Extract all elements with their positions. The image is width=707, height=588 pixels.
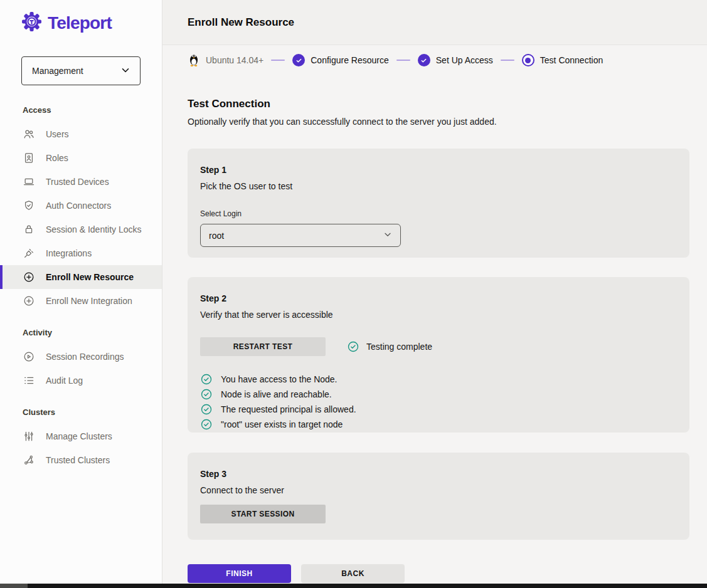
main-panel: Enroll New Resource <box>162 0 707 584</box>
step3-description: Connect to the server <box>200 485 677 495</box>
section-label-clusters: Clusters <box>0 407 162 417</box>
stepper-connector <box>501 60 514 61</box>
step-label: Configure Resource <box>311 55 389 65</box>
step3-card: Step 3 Connect to the server START SESSI… <box>188 453 689 540</box>
play-circle-icon <box>23 350 35 363</box>
sidebar-item-label: Users <box>46 129 69 139</box>
users-icon <box>23 128 35 140</box>
management-menu-select[interactable]: Management <box>21 56 141 85</box>
window-bottom-edge <box>0 584 707 588</box>
step2-card: Step 2 Verify that the server is accessi… <box>188 277 689 433</box>
shield-check-icon <box>23 199 35 212</box>
sidebar-item-label: Integrations <box>46 248 92 258</box>
list-icon <box>23 374 35 387</box>
step1-title: Step 1 <box>200 165 677 175</box>
back-button[interactable]: BACK <box>301 564 405 583</box>
stepper-connector <box>396 60 410 61</box>
sidebar-item-label: Trusted Devices <box>46 177 109 187</box>
sidebar-item-label: Trusted Clusters <box>46 455 110 465</box>
login-select-value: root <box>209 231 224 241</box>
sidebar-item-label: Enroll New Integration <box>46 296 132 306</box>
sidebar-item-label: Manage Clusters <box>46 431 112 441</box>
enroll-stepper: Ubuntu 14.04+ Configure Resource Set Up … <box>162 45 707 75</box>
step2-title: Step 2 <box>200 293 677 303</box>
success-check-icon <box>200 373 213 386</box>
sidebar-item-integrations[interactable]: Integrations <box>0 241 162 265</box>
test-status-label: Testing complete <box>366 342 432 352</box>
app-window: Teleport Management Access Users <box>0 0 707 584</box>
linux-penguin-icon <box>188 52 200 69</box>
test-result-label: The requested principal is allowed. <box>221 404 356 414</box>
select-login-label: Select Login <box>200 209 677 218</box>
success-check-icon <box>200 388 213 401</box>
step1-description: Pick the OS user to test <box>200 181 677 191</box>
step-test-connection: Test Connection <box>522 54 603 66</box>
sidebar-item-enroll-new-resource[interactable]: Enroll New Resource <box>0 265 162 289</box>
sidebar-item-auth-connectors[interactable]: Auth Connectors <box>0 194 162 218</box>
chevron-down-icon <box>120 65 131 78</box>
section-title: Test Connection <box>188 98 689 110</box>
test-result-item: The requested principal is allowed. <box>200 403 677 416</box>
step-label: Set Up Access <box>436 55 493 65</box>
wizard-actions: FINISH BACK <box>188 564 689 583</box>
id-card-icon <box>23 152 35 164</box>
network-icon <box>23 454 35 466</box>
step1-card: Step 1 Pick the OS user to test Select L… <box>188 149 689 258</box>
check-circle-icon <box>292 54 305 66</box>
plus-circle-icon <box>23 271 35 283</box>
test-result-label: You have access to the Node. <box>221 374 338 384</box>
main-header: Enroll New Resource <box>162 0 707 45</box>
sidebar-section-clusters: Clusters Manage Clusters Trusted Cluster… <box>0 407 162 472</box>
section-label-activity: Activity <box>0 328 162 337</box>
resource-label: Ubuntu 14.04+ <box>206 55 263 65</box>
step3-title: Step 3 <box>200 469 677 479</box>
sidebar-item-label: Audit Log <box>46 375 83 386</box>
sidebar-item-label: Roles <box>46 153 68 163</box>
success-check-icon <box>347 340 359 353</box>
restart-test-button[interactable]: RESTART TEST <box>200 337 326 356</box>
teleport-logo[interactable]: Teleport <box>0 0 162 34</box>
sidebar-item-session-recordings[interactable]: Session Recordings <box>0 345 162 369</box>
sidebar-item-label: Session Recordings <box>46 352 124 362</box>
step2-description: Verify that the server is accessible <box>200 310 677 320</box>
step-configure-resource: Configure Resource <box>292 54 389 66</box>
start-session-button[interactable]: START SESSION <box>200 505 326 523</box>
sidebar-item-trusted-clusters[interactable]: Trusted Clusters <box>0 448 162 472</box>
current-step-icon <box>522 54 534 66</box>
test-results-list: You have access to the Node. Node is ali… <box>200 373 677 431</box>
sidebar-item-users[interactable]: Users <box>0 122 162 146</box>
section-subtitle: Optionally verify that you can successfu… <box>188 117 689 127</box>
content-area: Test Connection Optionally verify that y… <box>162 75 707 583</box>
management-menu-value: Management <box>32 66 83 76</box>
test-result-label: "root" user exists in target node <box>221 419 343 429</box>
stepper-connector <box>271 60 285 61</box>
test-result-item: "root" user exists in target node <box>200 418 677 431</box>
sidebar-item-enroll-new-integration[interactable]: Enroll New Integration <box>0 289 162 313</box>
sidebar-item-manage-clusters[interactable]: Manage Clusters <box>0 424 162 448</box>
step-set-up-access: Set Up Access <box>418 54 493 66</box>
test-result-label: Node is alive and reachable. <box>221 389 332 399</box>
finish-button[interactable]: FINISH <box>188 564 291 583</box>
sidebar-section-access: Access Users Roles <box>0 105 162 313</box>
sidebar-item-label: Auth Connectors <box>46 201 111 211</box>
sidebar-section-activity: Activity Session Recordings Audit Log <box>0 328 162 392</box>
chevron-down-icon <box>383 229 393 241</box>
sidebar-item-session-identity-locks[interactable]: Session & Identity Locks <box>0 218 162 241</box>
success-check-icon <box>200 403 213 416</box>
brand-name: Teleport <box>48 13 112 33</box>
test-result-item: You have access to the Node. <box>200 373 677 386</box>
plug-icon <box>23 247 35 260</box>
success-check-icon <box>200 418 213 431</box>
sidebar-item-label: Enroll New Resource <box>46 272 134 282</box>
step-label: Test Connection <box>540 55 603 65</box>
test-result-item: Node is alive and reachable. <box>200 388 677 401</box>
check-circle-icon <box>418 54 430 66</box>
sidebar-item-audit-log[interactable]: Audit Log <box>0 369 162 392</box>
login-select[interactable]: root <box>200 224 401 247</box>
sidebar-item-label: Session & Identity Locks <box>46 224 142 234</box>
sliders-icon <box>23 430 35 443</box>
sidebar-item-trusted-devices[interactable]: Trusted Devices <box>0 170 162 194</box>
sidebar-item-roles[interactable]: Roles <box>0 146 162 170</box>
test-status: Testing complete <box>347 340 432 353</box>
resource-chip: Ubuntu 14.04+ <box>188 52 263 69</box>
